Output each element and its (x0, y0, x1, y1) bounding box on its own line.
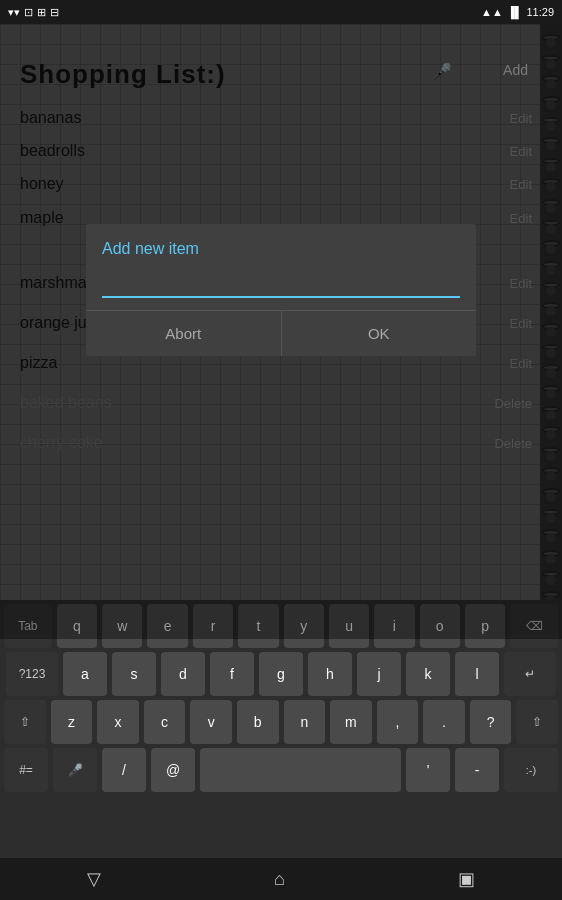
abort-button[interactable]: Abort (86, 311, 282, 356)
slash-key[interactable]: / (102, 748, 146, 792)
status-left-icons: ▾▾ ⊡ ⊞ ⊟ (8, 6, 59, 19)
wifi-icon: ▲▲ (481, 6, 503, 18)
bt-status-icon: ⊞ (37, 6, 46, 19)
signal-status-icon: ⊡ (24, 6, 33, 19)
f-key[interactable]: f (210, 652, 254, 696)
d-key[interactable]: d (161, 652, 205, 696)
apostrophe-key[interactable]: ' (406, 748, 450, 792)
dialog-buttons: Abort OK (86, 310, 476, 356)
question-key[interactable]: ? (470, 700, 512, 744)
smiley-key[interactable]: :-) (504, 748, 558, 792)
dialog-input-area (86, 266, 476, 310)
keyboard-row-2: ?123 a s d f g h j k l ↵ (0, 648, 562, 696)
battery-icon: ▐▌ (507, 6, 523, 18)
period-key[interactable]: . (423, 700, 465, 744)
status-right-icons: ▲▲ ▐▌ 11:29 (481, 6, 554, 18)
at-key[interactable]: @ (151, 748, 195, 792)
symbols-key[interactable]: #= (4, 748, 48, 792)
m-key[interactable]: m (330, 700, 372, 744)
new-item-input[interactable] (102, 270, 460, 298)
time-display: 11:29 (526, 6, 554, 18)
keyboard-row-4: #= 🎤 / @ ' - :-) (0, 744, 562, 792)
dialog-overlay: Add new item Abort OK (0, 24, 562, 639)
v-key[interactable]: v (190, 700, 232, 744)
dialog-title: Add new item (86, 224, 476, 266)
status-bar: ▾▾ ⊡ ⊞ ⊟ ▲▲ ▐▌ 11:29 (0, 0, 562, 24)
voice-input-key[interactable]: 🎤 (53, 748, 97, 792)
ok-button[interactable]: OK (282, 311, 477, 356)
wifi-status-icon: ▾▾ (8, 6, 20, 19)
x-key[interactable]: x (97, 700, 139, 744)
num-key[interactable]: ?123 (6, 652, 58, 696)
g-key[interactable]: g (259, 652, 303, 696)
b-key[interactable]: b (237, 700, 279, 744)
z-key[interactable]: z (51, 700, 93, 744)
space-key[interactable] (200, 748, 401, 792)
back-button[interactable]: ▽ (87, 868, 101, 890)
bottom-navigation: ▽ ⌂ ▣ (0, 858, 562, 900)
add-item-dialog: Add new item Abort OK (86, 224, 476, 356)
extra-status-icon: ⊟ (50, 6, 59, 19)
a-key[interactable]: a (63, 652, 107, 696)
enter-key[interactable]: ↵ (504, 652, 556, 696)
shift-left-key[interactable]: ⇧ (4, 700, 46, 744)
home-button[interactable]: ⌂ (274, 869, 285, 890)
dash-key[interactable]: - (455, 748, 499, 792)
n-key[interactable]: n (284, 700, 326, 744)
j-key[interactable]: j (357, 652, 401, 696)
k-key[interactable]: k (406, 652, 450, 696)
keyboard-row-3: ⇧ z x c v b n m , . ? ⇧ (0, 696, 562, 744)
s-key[interactable]: s (112, 652, 156, 696)
h-key[interactable]: h (308, 652, 352, 696)
shift-right-key[interactable]: ⇧ (516, 700, 558, 744)
l-key[interactable]: l (455, 652, 499, 696)
recent-apps-button[interactable]: ▣ (458, 868, 475, 890)
c-key[interactable]: c (144, 700, 186, 744)
comma-key[interactable]: , (377, 700, 419, 744)
